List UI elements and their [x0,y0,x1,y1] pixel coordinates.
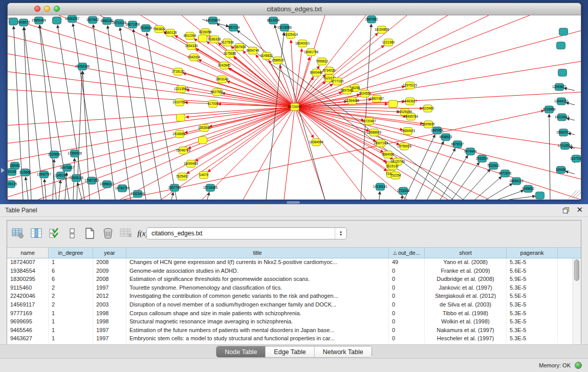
graph-node-yellow[interactable]: 15046766 [176,147,191,154]
cell-year[interactable]: 2012 [93,292,126,301]
graph-node-teal[interactable]: 1115682 [19,169,31,176]
graph-node-yellow[interactable]: 16099485 [184,160,199,167]
graph-node-yellow[interactable]: 21364486 [345,97,360,104]
cell-in-degree[interactable]: 1 [49,335,93,343]
column-header-name[interactable]: name [7,248,49,258]
graph-node-teal[interactable]: 16782759 [115,185,130,192]
graph-node-teal[interactable] [558,69,567,76]
graph-node-teal[interactable]: 15218586 [277,24,292,31]
graph-node-yellow[interactable]: 3624554 [359,90,372,97]
graph-node-yellow[interactable]: 417006 [207,100,219,107]
cell-short[interactable]: Jankovic et al. (1997) [425,284,507,293]
cell-pagerank[interactable]: 5.3E-5 [507,258,558,267]
cell-short[interactable]: Nakamura et al. (1997) [425,326,507,335]
cell-title[interactable]: Structural magnetic resonance image aver… [126,318,389,326]
graph-node-yellow[interactable]: 9127508 [221,39,234,46]
graph-node-yellow[interactable]: 8990448 [310,69,323,76]
graph-node-yellow[interactable]: 10807487 [369,95,384,102]
graph-node-teal[interactable]: 2933514 [476,155,489,162]
graph-node-teal[interactable]: 12444151 [554,98,569,105]
cell-name[interactable]: 9115460 [7,284,49,293]
graph-node-teal[interactable]: 11923446 [130,190,145,198]
cell-out-de-[interactable]: 0 [389,292,425,301]
graph-node-teal[interactable]: 2020656 [48,151,61,158]
table-row[interactable]: 977716911998Corpus callosum shape and si… [7,310,581,318]
graph-node-yellow[interactable]: 9115460 [422,105,434,112]
cell-out-de-[interactable]: 0 [389,318,425,326]
cell-short[interactable]: Tibbo et al. (1998) [425,310,507,318]
cell-short[interactable]: Hescheler et al. (1997) [425,335,507,343]
cell-title[interactable]: Disruption of a novel member of a sodium… [126,301,389,310]
graph-node-teal[interactable] [9,18,18,25]
cell-name[interactable]: 22420046 [7,292,49,301]
cell-in-degree[interactable]: 2 [49,301,93,310]
graph-node-yellow[interactable]: 16961758 [304,49,319,56]
graph-node-yellow[interactable]: 14463627 [403,98,418,105]
graph-node-yellow[interactable]: 8186328 [208,36,221,43]
graph-node-teal[interactable]: 16033809 [206,17,221,24]
table-row[interactable]: 946554611997Estimation of the future num… [7,326,581,335]
graph-node-yellow[interactable] [177,114,185,121]
graph-node-teal[interactable] [536,192,545,199]
graph-node-yellow[interactable]: 7955812 [316,58,329,65]
table-settings-icon[interactable] [11,227,25,240]
table-row[interactable]: 946362711997Embryonic stem cells: a mode… [7,335,581,343]
graph-node-teal[interactable]: 8813054 [267,17,280,24]
graph-node-yellow[interactable]: 8912394 [184,32,197,39]
graph-node-yellow[interactable]: 3684067 [382,151,395,158]
graph-node-yellow[interactable]: 19166857 [172,130,187,138]
cell-out-de-[interactable]: 0 [389,267,425,276]
cell-name[interactable]: 19384554 [7,267,49,276]
graph-node-teal[interactable]: 14139141 [373,183,388,190]
graph-node-yellow[interactable] [199,35,207,42]
graph-node-yellow[interactable]: 1353594 [198,124,211,132]
graph-node-teal[interactable]: 17016504 [558,142,573,149]
table-row[interactable]: 969969511998Structural magnetic resonanc… [7,318,581,326]
graph-node-teal[interactable]: 7515526 [140,25,153,32]
graph-node-teal[interactable]: 8215958 [543,106,556,113]
table-selector-dropdown[interactable]: citations_edges.txt ▲▼ [146,227,347,239]
cell-pagerank[interactable]: 5.9E-5 [507,275,558,284]
select-rows-icon[interactable] [48,227,61,240]
cell-out-de-[interactable]: 0 [389,301,425,310]
graph-node-teal[interactable]: 39159 [8,168,16,176]
graph-node-teal[interactable]: 1145194 [55,172,68,179]
cell-year[interactable]: 1997 [93,335,126,343]
cell-out-de-[interactable]: 0 [389,335,425,343]
vertical-scrollbar[interactable] [573,258,581,345]
cell-title[interactable]: Estimation of the future numbers of pati… [126,326,389,335]
graph-node-yellow[interactable]: 10688609 [367,129,382,136]
graph-node-yellow[interactable]: 8454749 [247,47,259,54]
graph-node-yellow[interactable]: 752254 [390,172,401,179]
cell-pagerank[interactable]: 5.3E-5 [507,310,558,318]
scrollbar-thumb[interactable] [574,259,579,281]
graph-node-teal[interactable]: 8471676 [499,170,512,177]
cell-short[interactable]: Franke et al. (2009) [425,267,507,276]
column-icon[interactable] [30,227,43,240]
graph-node-yellow[interactable]: 9777169 [331,78,344,85]
cell-year[interactable]: 1997 [93,284,126,293]
graph-node-teal[interactable]: 6879197 [451,141,464,148]
cell-title[interactable]: Corpus callosum shape and size in male p… [126,310,389,318]
tab-node-table[interactable]: Node Table [216,346,266,357]
graph-node-teal[interactable]: 7532621 [487,162,500,169]
column-header-in-degree[interactable]: in_degree [49,248,93,258]
column-header-pagerank[interactable]: pagerank [507,248,558,258]
graph-node-teal[interactable]: 17957255 [84,177,99,184]
cell-year[interactable]: 2008 [93,258,126,267]
graph-node-teal[interactable] [559,28,568,35]
cell-name[interactable]: 14569117 [7,301,49,310]
new-attribute-icon[interactable] [83,227,96,240]
graph-node-teal[interactable]: 10553257 [65,15,80,23]
cell-in-degree[interactable]: 6 [49,275,93,284]
float-panel-icon[interactable] [562,206,571,214]
graph-node-yellow[interactable]: 14479 [199,171,208,179]
graph-node-teal[interactable]: 1167534 [570,155,581,162]
table-row[interactable]: 2242004622012Investigating the contribut… [7,292,581,301]
cell-short[interactable]: Stergiakouli et al. (2012) [425,292,507,301]
graph-node-yellow[interactable]: 10384594 [309,139,324,146]
graph-node-teal[interactable]: 8938923 [440,134,452,141]
cell-name[interactable]: 9463627 [7,335,49,343]
cell-short[interactable]: de Silva et al. (2003) [425,301,507,310]
cell-title[interactable]: Genome-wide association studies in ADHD. [126,267,389,276]
